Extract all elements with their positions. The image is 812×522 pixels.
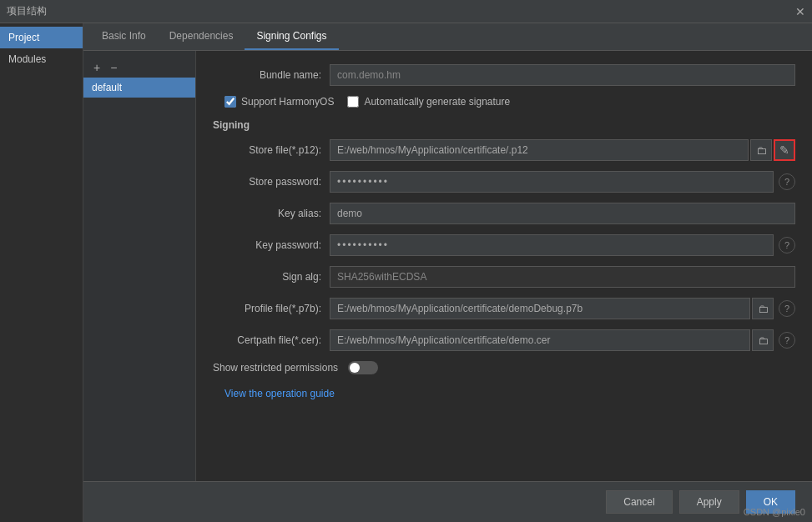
key-password-input[interactable] xyxy=(330,234,774,256)
sidebar: Project Modules xyxy=(0,23,83,522)
cancel-button[interactable]: Cancel xyxy=(606,490,672,514)
key-password-input-group: ? xyxy=(330,234,795,256)
window-title: 项目结构 xyxy=(7,4,47,18)
store-file-label: Store file(*.p12): xyxy=(213,144,330,156)
profile-file-folder-button[interactable]: 🗀 xyxy=(752,298,774,319)
support-harmony-checkbox[interactable] xyxy=(224,96,236,108)
sidebar-item-project[interactable]: Project xyxy=(0,27,83,48)
apply-button[interactable]: Apply xyxy=(679,490,739,514)
key-alias-label: Key alias: xyxy=(213,208,330,219)
support-harmony-label: Support HarmonyOS xyxy=(241,96,334,108)
store-file-folder-button[interactable]: 🗀 xyxy=(750,139,772,161)
profile-file-help-button[interactable]: ? xyxy=(779,300,795,317)
key-password-row: Key password: ? xyxy=(213,234,795,256)
options-row: Support HarmonyOS Automatically generate… xyxy=(213,96,795,108)
content-area: + − default Bundle name: xyxy=(83,51,812,481)
tab-dependencies[interactable]: Dependencies xyxy=(158,23,245,50)
show-restricted-label: Show restricted permissions xyxy=(213,362,346,374)
store-file-input[interactable] xyxy=(330,139,749,161)
key-alias-row: Key alias: xyxy=(213,203,795,224)
sign-alg-row: Sign alg: xyxy=(213,266,795,288)
bundle-name-input[interactable] xyxy=(330,64,795,86)
right-panel: Basic Info Dependencies Signing Configs … xyxy=(83,23,812,522)
view-guide-link[interactable]: View the operation guide xyxy=(224,388,335,399)
certpath-file-row: Certpath file(*.cer): 🗀 ? xyxy=(213,329,795,351)
sidebar-item-modules[interactable]: Modules xyxy=(0,48,83,70)
store-password-input[interactable] xyxy=(330,171,774,193)
show-restricted-row: Show restricted permissions xyxy=(213,361,795,374)
fingerprint-icon: ✎ xyxy=(779,143,789,157)
guide-row: View the operation guide xyxy=(213,384,795,399)
store-password-row: Store password: ? xyxy=(213,171,795,193)
add-config-button[interactable]: + xyxy=(90,59,103,76)
title-bar: 项目结构 ✕ xyxy=(0,0,812,23)
store-file-row: Store file(*.p12): 🗀 ✎ xyxy=(213,139,795,161)
auto-sign-group: Automatically generate signature xyxy=(347,96,510,108)
store-password-input-group: ? xyxy=(330,171,795,193)
main-window: 项目结构 ✕ Project Modules Basic Info Depend… xyxy=(0,0,812,522)
key-password-help-button[interactable]: ? xyxy=(779,237,795,253)
bundle-name-row: Bundle name: xyxy=(213,64,795,86)
tabs-bar: Basic Info Dependencies Signing Configs xyxy=(83,23,812,51)
watermark: CSDN @pixle0 xyxy=(744,507,805,517)
key-alias-input[interactable] xyxy=(330,203,795,224)
main-content: Project Modules Basic Info Dependencies … xyxy=(0,23,812,522)
certpath-file-input-group: 🗀 ? xyxy=(330,329,795,351)
profile-file-row: Profile file(*.p7b): 🗀 ? xyxy=(213,298,795,319)
key-password-label: Key password: xyxy=(213,239,330,251)
remove-config-button[interactable]: − xyxy=(107,59,120,76)
sign-alg-label: Sign alg: xyxy=(213,271,330,283)
support-harmony-group: Support HarmonyOS xyxy=(224,96,334,108)
profile-file-input-group: 🗀 ? xyxy=(330,298,795,319)
profile-file-input[interactable] xyxy=(330,298,750,319)
store-file-fingerprint-button[interactable]: ✎ xyxy=(774,139,795,161)
toggle-slider xyxy=(348,361,378,374)
form-panel: Bundle name: Support HarmonyOS Automatic… xyxy=(196,51,812,481)
tab-signing-configs[interactable]: Signing Configs xyxy=(245,23,338,50)
config-sidebar: + − default xyxy=(83,51,196,481)
signing-section-title: Signing xyxy=(213,119,795,131)
config-item-default[interactable]: default xyxy=(83,78,195,98)
sign-alg-input xyxy=(330,266,795,288)
config-sidebar-header: + − xyxy=(83,58,195,78)
folder-icon-3: 🗀 xyxy=(758,334,769,347)
show-restricted-toggle[interactable] xyxy=(348,361,378,374)
store-password-help-button[interactable]: ? xyxy=(779,173,795,190)
certpath-file-help-button[interactable]: ? xyxy=(779,332,795,349)
certpath-file-label: Certpath file(*.cer): xyxy=(213,334,330,346)
profile-file-label: Profile file(*.p7b): xyxy=(213,303,330,314)
auto-sign-label: Automatically generate signature xyxy=(364,96,510,108)
tab-basic-info[interactable]: Basic Info xyxy=(90,23,158,50)
bottom-bar: Cancel Apply OK xyxy=(83,481,812,522)
auto-sign-checkbox[interactable] xyxy=(347,96,359,108)
certpath-file-folder-button[interactable]: 🗀 xyxy=(752,329,774,351)
store-password-label: Store password: xyxy=(213,176,330,188)
bundle-name-label: Bundle name: xyxy=(213,69,330,81)
folder-icon: 🗀 xyxy=(756,144,767,157)
folder-icon-2: 🗀 xyxy=(758,303,769,315)
store-file-input-group: 🗀 ✎ xyxy=(330,139,795,161)
certpath-file-input[interactable] xyxy=(330,329,750,351)
close-button[interactable]: ✕ xyxy=(795,5,805,18)
